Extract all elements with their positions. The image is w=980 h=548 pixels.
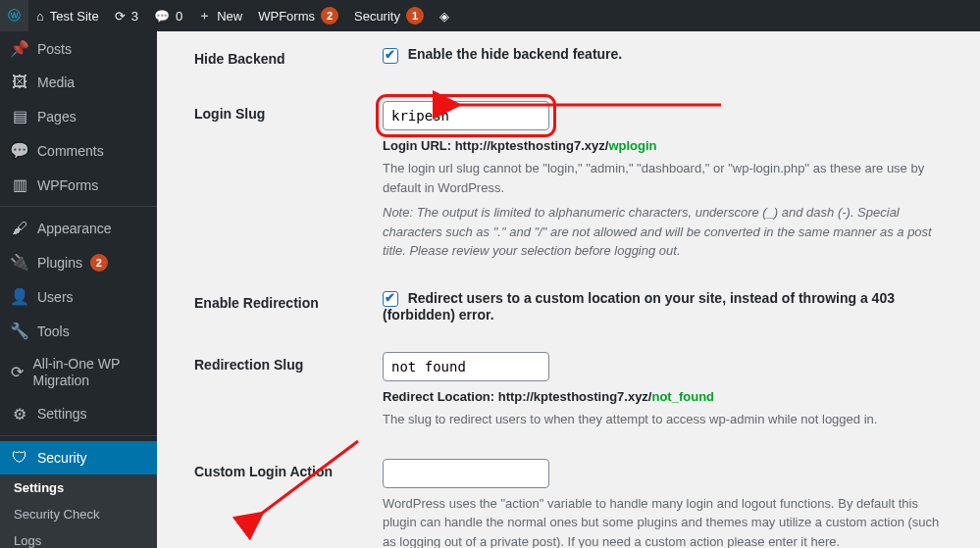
wpforms-count-badge: 2 <box>321 7 338 25</box>
enable-redirection-label: Enable Redirection <box>157 275 373 338</box>
wordpress-icon: ⓦ <box>8 7 21 25</box>
menu-security[interactable]: 🛡Security <box>0 441 157 474</box>
pin-icon: 📌 <box>10 39 29 58</box>
menu-appearance[interactable]: 🖌Appearance <box>0 212 157 245</box>
media-icon: 🖾 <box>10 74 29 91</box>
page-icon: ▤ <box>10 107 29 125</box>
comment-icon: 💬 <box>10 141 29 160</box>
login-slug-description: The login url slug cannot be "login," "a… <box>383 159 951 197</box>
comments-moderation[interactable]: 💬0 <box>146 0 190 31</box>
site-name[interactable]: ⌂Test Site <box>28 0 107 31</box>
menu-aio-wp-migration[interactable]: ⟳All-in-One WP Migration <box>0 348 157 397</box>
wrench-icon: 🔧 <box>10 322 29 340</box>
menu-pages[interactable]: ▤Pages <box>0 99 157 133</box>
hide-backend-label: Hide Backend <box>157 31 373 86</box>
updates[interactable]: ⟳3 <box>107 0 146 31</box>
migrate-icon: ⟳ <box>10 363 26 381</box>
security-count-badge: 1 <box>406 7 424 25</box>
admin-menu: 📌Posts 🖾Media ▤Pages 💬Comments ▥WPForms … <box>0 31 157 548</box>
plugins-count-badge: 2 <box>90 254 108 272</box>
content-area: Hide Backend Enable the hide backend fea… <box>157 31 980 548</box>
gear-icon: ⚙ <box>10 405 29 423</box>
brush-icon: 🖌 <box>10 220 29 237</box>
wpforms-adminbar[interactable]: WPForms2 <box>250 0 346 31</box>
shield-icon: 🛡 <box>10 449 29 467</box>
custom-login-action-description: WordPress uses the "action" variable to … <box>383 494 951 548</box>
login-url-info: Login URL: http://kptesthosting7.xyz/wpl… <box>383 138 951 153</box>
security-submenu: Settings Security Check Logs Go Pro <box>0 474 157 548</box>
new-content[interactable]: ＋New <box>190 0 250 31</box>
menu-posts[interactable]: 📌Posts <box>0 31 157 66</box>
menu-separator <box>0 431 157 436</box>
submenu-logs[interactable]: Logs <box>0 527 157 548</box>
redirection-slug-label: Redirection Slug <box>157 337 373 444</box>
enable-redirection-checkbox-label: Redirect users to a custom location on y… <box>383 290 895 324</box>
menu-comments[interactable]: 💬Comments <box>0 133 157 168</box>
custom-login-action-input[interactable] <box>383 459 549 488</box>
submenu-settings[interactable]: Settings <box>0 474 157 501</box>
admin-bar: ⓦ ⌂Test Site ⟳3 💬0 ＋New WPForms2 Securit… <box>0 0 980 31</box>
enable-redirection-checkbox[interactable] <box>383 291 398 307</box>
refresh-icon: ⟳ <box>115 9 126 24</box>
menu-separator <box>0 202 157 207</box>
redirection-slug-input[interactable] <box>383 352 549 381</box>
plug-icon: 🔌 <box>10 253 29 272</box>
comment-icon: 💬 <box>154 9 170 24</box>
diamond-icon: ◈ <box>439 9 449 24</box>
menu-tools[interactable]: 🔧Tools <box>0 314 157 348</box>
login-slug-input[interactable] <box>383 101 549 130</box>
redirection-slug-description: The slug to redirect users to when they … <box>383 410 951 429</box>
hide-backend-checkbox-label: Enable the hide backend feature. <box>408 46 623 62</box>
user-icon: 👤 <box>10 287 29 306</box>
submenu-security-check[interactable]: Security Check <box>0 501 157 527</box>
plus-icon: ＋ <box>198 7 211 25</box>
login-slug-label: Login Slug <box>157 86 373 275</box>
security-adminbar[interactable]: Security1 <box>346 0 432 31</box>
wp-logo[interactable]: ⓦ <box>0 0 28 31</box>
menu-media[interactable]: 🖾Media <box>0 66 157 99</box>
menu-wpforms[interactable]: ▥WPForms <box>0 168 157 202</box>
menu-plugins[interactable]: 🔌Plugins 2 <box>0 245 157 279</box>
adminbar-extra[interactable]: ◈ <box>432 0 457 31</box>
form-icon: ▥ <box>10 175 29 194</box>
home-icon: ⌂ <box>36 9 44 24</box>
custom-login-action-label: Custom Login Action <box>157 444 373 548</box>
menu-users[interactable]: 👤Users <box>0 279 157 314</box>
login-slug-note: Note: The output is limited to alphanume… <box>383 203 951 261</box>
hide-backend-checkbox[interactable] <box>383 48 398 64</box>
redirect-location-info: Redirect Location: http://kptesthosting7… <box>383 389 951 404</box>
menu-settings[interactable]: ⚙Settings <box>0 397 157 431</box>
